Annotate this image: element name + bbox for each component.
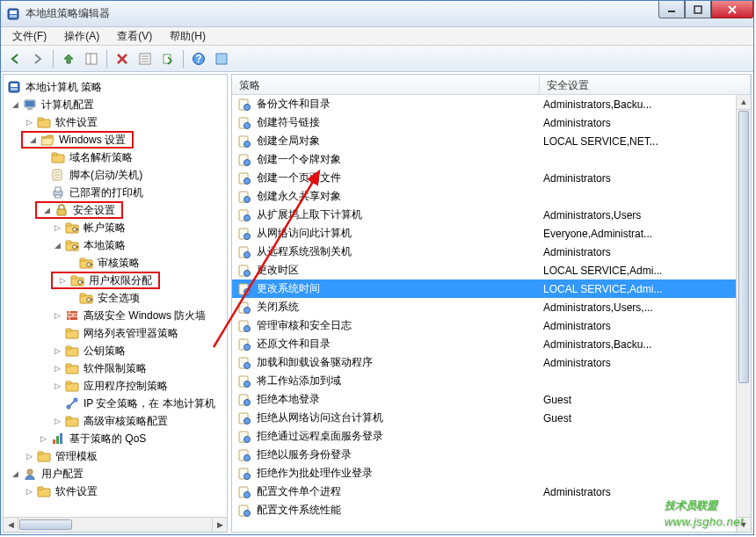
tree-body[interactable]: 本地计算机 策略 ◢计算机配置 ▷软件设置 ◢Windows 设置 域名解析策略… bbox=[4, 75, 227, 517]
list-row[interactable]: 配置文件单个进程Administrators bbox=[232, 483, 751, 501]
tree-firewall[interactable]: ▷高级安全 Windows 防火墙 bbox=[4, 307, 227, 324]
list-row[interactable]: 还原文件和目录Administrators,Backu... bbox=[232, 335, 751, 353]
policy-name: 还原文件和目录 bbox=[257, 337, 331, 352]
list-row[interactable]: 拒绝通过远程桌面服务登录 bbox=[232, 427, 751, 446]
scroll-up-icon[interactable]: ▲ bbox=[737, 95, 751, 110]
scroll-right-icon[interactable]: ▶ bbox=[212, 518, 227, 532]
expand-icon[interactable]: ▷ bbox=[23, 452, 35, 461]
menu-view[interactable]: 查看(V) bbox=[109, 26, 160, 47]
expand-icon[interactable]: ▷ bbox=[51, 311, 63, 320]
expand-icon[interactable]: ▷ bbox=[23, 118, 35, 127]
list-row[interactable]: 将工作站添加到域 bbox=[232, 372, 751, 390]
titlebar[interactable]: 本地组策略编辑器 bbox=[1, 1, 753, 27]
help-button[interactable] bbox=[188, 48, 209, 69]
refresh-button[interactable] bbox=[211, 48, 232, 69]
svg-point-76 bbox=[244, 381, 251, 387]
list-row[interactable]: 从网络访问此计算机Everyone,Administrat... bbox=[232, 224, 751, 243]
col-policy[interactable]: 策略 bbox=[232, 75, 540, 94]
tree-software-settings[interactable]: ▷软件设置 bbox=[4, 113, 227, 131]
list-row[interactable]: 创建符号链接Administrators bbox=[232, 113, 751, 132]
forward-button[interactable] bbox=[27, 48, 48, 69]
scroll-thumb[interactable] bbox=[19, 519, 72, 530]
tree-adv-audit[interactable]: ▷高级审核策略配置 bbox=[4, 412, 227, 430]
maximize-button[interactable] bbox=[685, 1, 711, 18]
list-row[interactable]: 更改时区LOCAL SERVICE,Admi... bbox=[232, 261, 751, 279]
scroll-left-icon[interactable]: ◀ bbox=[4, 518, 18, 532]
scroll-thumb[interactable] bbox=[738, 111, 749, 383]
collapse-icon[interactable]: ◢ bbox=[9, 469, 21, 478]
policy-security: Administrators,Users bbox=[540, 209, 751, 221]
collapse-icon[interactable]: ◢ bbox=[9, 100, 21, 109]
policy-security: Administrators,Users,... bbox=[540, 301, 751, 314]
list-row[interactable]: 拒绝以服务身份登录 bbox=[232, 446, 751, 464]
collapse-icon[interactable]: ◢ bbox=[26, 133, 39, 147]
list-body[interactable]: 备份文件和目录Administrators,Backu...创建符号链接Admi… bbox=[232, 95, 751, 532]
expand-icon[interactable]: ▷ bbox=[51, 417, 63, 425]
close-button[interactable] bbox=[711, 1, 753, 18]
tree-nlm[interactable]: 网络列表管理器策略 bbox=[4, 324, 227, 342]
tree-ipsec[interactable]: IP 安全策略，在 本地计算机 bbox=[4, 395, 227, 412]
tree-computer-config[interactable]: ◢计算机配置 bbox=[4, 96, 227, 113]
list-header: 策略 安全设置 bbox=[232, 75, 751, 95]
tree-acp[interactable]: ▷应用程序控制策略 bbox=[4, 377, 227, 395]
properties-button[interactable] bbox=[134, 48, 156, 69]
tree-software-settings-2[interactable]: ▷软件设置 bbox=[4, 483, 227, 500]
tree-windows-settings[interactable]: ◢Windows 设置 bbox=[4, 131, 227, 149]
list-row[interactable]: 拒绝作为批处理作业登录 bbox=[232, 464, 751, 483]
list-row[interactable]: 加载和卸载设备驱动程序Administrators bbox=[232, 353, 751, 372]
minimize-button[interactable] bbox=[658, 1, 685, 18]
expand-icon[interactable]: ▷ bbox=[23, 487, 35, 496]
expand-icon[interactable]: ▷ bbox=[37, 434, 49, 443]
tree-pk[interactable]: ▷公钥策略 bbox=[4, 342, 227, 359]
tree-user-config[interactable]: ◢用户配置 bbox=[4, 465, 227, 483]
list-row[interactable]: 拒绝从网络访问这台计算机Guest bbox=[232, 409, 751, 427]
list-row[interactable]: 创建一个页面文件Administrators bbox=[232, 169, 751, 187]
expand-icon[interactable]: ▷ bbox=[51, 346, 63, 355]
tree-deployed-printers[interactable]: 已部署的打印机 bbox=[4, 184, 227, 201]
expand-icon[interactable]: ▷ bbox=[56, 273, 69, 287]
tree-local-policies[interactable]: ◢本地策略 bbox=[4, 236, 227, 254]
expand-icon[interactable]: ▷ bbox=[51, 381, 63, 390]
svg-point-88 bbox=[244, 491, 251, 497]
tree-security-settings[interactable]: ◢安全设置 bbox=[4, 201, 227, 219]
back-button[interactable] bbox=[4, 48, 25, 69]
tree-srp[interactable]: ▷软件限制策略 bbox=[4, 359, 227, 377]
policy-icon bbox=[237, 245, 251, 259]
tree-account-policies[interactable]: ▷帐户策略 bbox=[4, 219, 227, 236]
tree-qos[interactable]: ▷基于策略的 QoS bbox=[4, 430, 227, 447]
tree-root[interactable]: 本地计算机 策略 bbox=[4, 78, 227, 96]
col-security[interactable]: 安全设置 bbox=[540, 75, 751, 94]
collapse-icon[interactable]: ◢ bbox=[40, 203, 53, 217]
list-row[interactable]: 关闭系统Administrators,Users,... bbox=[232, 298, 751, 316]
menu-action[interactable]: 操作(A) bbox=[56, 26, 107, 47]
tree-security-options[interactable]: 安全选项 bbox=[4, 289, 227, 307]
tree-name-resolution[interactable]: 域名解析策略 bbox=[4, 149, 227, 166]
delete-button[interactable] bbox=[112, 48, 133, 69]
list-row[interactable]: 创建永久共享对象 bbox=[232, 187, 751, 206]
tree-user-rights[interactable]: ▷用户权限分配 bbox=[4, 272, 227, 289]
up-button[interactable] bbox=[58, 48, 79, 69]
svg-point-52 bbox=[244, 159, 251, 165]
scroll-down-icon[interactable]: ▼ bbox=[737, 517, 751, 532]
list-row[interactable]: 备份文件和目录Administrators,Backu... bbox=[232, 95, 751, 113]
tree-hscrollbar[interactable]: ◀ ▶ bbox=[4, 517, 227, 532]
show-hide-tree-button[interactable] bbox=[81, 48, 102, 69]
list-row[interactable]: 拒绝本地登录Guest bbox=[232, 390, 751, 409]
export-button[interactable] bbox=[157, 48, 178, 69]
list-row[interactable]: 从远程系统强制关机Administrators bbox=[232, 243, 751, 261]
menu-file[interactable]: 文件(F) bbox=[4, 26, 55, 47]
list-row[interactable]: 配置文件系统性能 bbox=[232, 501, 751, 519]
list-row[interactable]: 创建全局对象LOCAL SERVICE,NET... bbox=[232, 132, 751, 150]
collapse-icon[interactable]: ◢ bbox=[51, 241, 63, 250]
expand-icon[interactable]: ▷ bbox=[51, 223, 63, 232]
menu-help[interactable]: 帮助(H) bbox=[162, 26, 214, 47]
tree-scripts[interactable]: 脚本(启动/关机) bbox=[4, 166, 227, 184]
list-vscrollbar[interactable]: ▲ ▼ bbox=[736, 95, 751, 532]
expand-icon[interactable]: ▷ bbox=[51, 364, 63, 373]
tree-admin-templates[interactable]: ▷管理模板 bbox=[4, 447, 227, 465]
list-row[interactable]: 管理审核和安全日志Administrators bbox=[232, 316, 751, 335]
list-row[interactable]: 更改系统时间LOCAL SERVICE,Admi... bbox=[232, 279, 751, 298]
list-row[interactable]: 创建一个令牌对象 bbox=[232, 150, 751, 169]
tree-audit-policy[interactable]: 审核策略 bbox=[4, 254, 227, 272]
list-row[interactable]: 从扩展坞上取下计算机Administrators,Users bbox=[232, 206, 751, 224]
